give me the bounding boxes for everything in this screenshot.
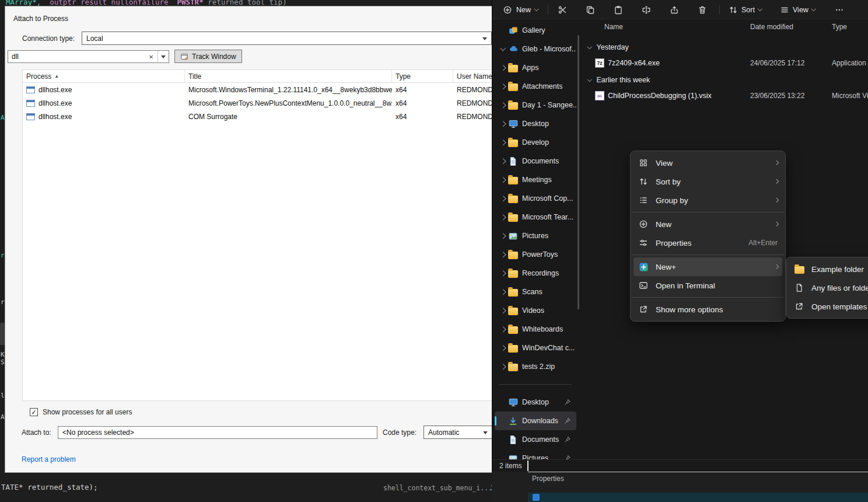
sidebar-item-develop[interactable]: Develop — [495, 133, 576, 152]
sidebar-item-microsoft-teams[interactable]: Microsoft Tear... — [495, 208, 576, 226]
chevron-right-icon[interactable] — [501, 158, 506, 163]
sidebar-item-label: Meetings — [522, 176, 552, 184]
delete-button[interactable] — [692, 2, 712, 17]
process-row[interactable]: dllhost.exe COM Surrogate x64 REDMOND — [23, 110, 492, 123]
sidebar-item-day1[interactable]: Day 1 - Sangee... — [495, 96, 576, 114]
folder-icon — [508, 100, 522, 110]
rename-button[interactable] — [636, 2, 656, 17]
column-header-user-name[interactable]: User Name — [453, 70, 492, 82]
chevron-right-icon[interactable] — [501, 102, 506, 107]
sidebar-item-attachments[interactable]: Attachments — [495, 77, 576, 96]
column-header-date-modified[interactable]: Date modified — [750, 23, 793, 31]
sidebar-item-pictures-pinned[interactable]: Pictures — [495, 449, 576, 460]
paste-button[interactable] — [608, 2, 628, 17]
sidebar-item-meetings[interactable]: Meetings — [495, 170, 576, 189]
chevron-right-icon[interactable] — [501, 233, 506, 238]
sidebar-item-label: Whiteboards — [522, 325, 563, 333]
sidebar-item-label: Attachments — [522, 82, 562, 90]
file-row-7z2409[interactable]: 7z2409-x64.exe 24/06/2025 17:12 Applicat… — [580, 55, 868, 71]
submenu-item-any-files[interactable]: Any files or folde — [789, 278, 868, 297]
sidebar-item-windevchat[interactable]: WinDevChat c... — [495, 339, 576, 357]
attach-to-field[interactable]: <No process selected> — [58, 426, 377, 439]
sidebar-item-documents[interactable]: Documents — [495, 152, 576, 170]
panel-splitter[interactable] — [527, 461, 528, 471]
chevron-right-icon[interactable] — [501, 364, 506, 369]
sidebar-item-label: Pictures — [522, 232, 548, 240]
chevron-right-icon[interactable] — [501, 270, 506, 276]
attach-to-value: <No process selected> — [62, 428, 134, 437]
chevron-right-icon[interactable] — [501, 214, 506, 219]
sidebar-item-onedrive[interactable]: Gleb - Microsof... — [495, 40, 576, 58]
sidebar-item-tests-zip[interactable]: tests 2.zip — [495, 357, 576, 376]
sidebar-item-documents-pinned[interactable]: Documents — [495, 430, 576, 449]
group-header-yesterday[interactable]: Yesterday — [580, 40, 868, 54]
copy-button[interactable] — [580, 2, 600, 17]
show-all-users-checkbox[interactable]: Show processes for all users — [30, 408, 132, 416]
chevron-right-icon[interactable] — [501, 140, 506, 145]
report-problem-link[interactable]: Report a problem — [22, 455, 76, 463]
filter-dropdown-button[interactable] — [158, 51, 169, 62]
file-row-childprocessdebugging[interactable]: ChildProcessDebugging (1).vsix 23/06/202… — [580, 88, 868, 103]
context-menu-item-open-in-terminal[interactable]: Open in Terminal — [634, 276, 782, 295]
context-menu-item-newplus[interactable]: New+ — [634, 257, 782, 276]
context-menu-item-new[interactable]: New — [634, 215, 782, 233]
cut-button[interactable] — [552, 2, 572, 17]
sidebar-item-videos[interactable]: Videos — [495, 301, 576, 320]
chevron-right-icon[interactable] — [501, 252, 506, 257]
sidebar-item-label: Desktop — [522, 120, 549, 128]
share-button[interactable] — [664, 2, 684, 17]
track-window-button[interactable]: Track Window — [174, 50, 242, 63]
sidebar-item-recordings[interactable]: Recordings — [495, 264, 576, 283]
sidebar-item-microsoft-copilot[interactable]: Microsoft Cop... — [495, 189, 576, 208]
column-header-type[interactable]: Type — [392, 70, 453, 82]
new-button[interactable]: New — [498, 2, 543, 17]
code-type-select[interactable]: Automatic — [424, 426, 492, 439]
sidebar-item-whiteboards[interactable]: Whiteboards — [495, 320, 576, 339]
sort-button[interactable]: Sort — [724, 2, 765, 17]
sidebar-scrollbar[interactable] — [578, 35, 579, 309]
sidebar-item-downloads-pinned[interactable]: Downloads — [495, 412, 576, 430]
submenu-item-open-templates[interactable]: Open templates — [789, 297, 868, 316]
column-header-type[interactable]: Type — [832, 23, 847, 31]
context-menu-item-properties[interactable]: Properties Alt+Enter — [634, 233, 782, 252]
chevron-down-icon[interactable] — [501, 46, 506, 51]
sidebar-item-desktop[interactable]: Desktop — [495, 114, 576, 133]
submenu-item-example-folder[interactable]: Example folder — [789, 260, 868, 278]
column-header-process[interactable]: Process▲ — [23, 70, 185, 82]
chevron-right-icon[interactable] — [501, 177, 506, 182]
sidebar-item-desktop-pinned[interactable]: Desktop — [495, 393, 576, 412]
chevron-right-icon[interactable] — [501, 121, 506, 126]
chevron-right-icon[interactable] — [501, 83, 506, 89]
process-row[interactable]: dllhost.exe Microsoft.PowerToys.NewPlusC… — [23, 96, 492, 110]
context-menu-item-show-more-options[interactable]: Show more options — [634, 300, 782, 319]
chevron-right-icon[interactable] — [501, 326, 506, 332]
chevron-right-icon[interactable] — [501, 308, 506, 313]
context-menu-item-view[interactable]: View — [634, 154, 782, 172]
context-menu-item-sort-by[interactable]: Sort by — [634, 172, 782, 191]
column-header-name[interactable]: Name — [604, 23, 623, 31]
process-row[interactable]: dllhost.exe Microsoft.WindowsTerminal_1.… — [23, 83, 492, 96]
see-more-button[interactable] — [830, 2, 849, 17]
group-header-earlier-this-week[interactable]: Earlier this week — [580, 73, 868, 87]
context-menu-item-group-by[interactable]: Group by — [634, 191, 782, 210]
sidebar-item-apps[interactable]: Apps — [495, 58, 576, 77]
chevron-right-icon[interactable] — [501, 196, 506, 201]
column-header-title[interactable]: Title — [185, 70, 392, 82]
process-filter-input[interactable]: dll — [8, 50, 169, 63]
view-button[interactable]: View — [776, 2, 819, 17]
properties-panel-title: Properties — [532, 475, 564, 483]
sidebar-item-powertoys[interactable]: PowerToys — [495, 245, 576, 264]
sidebar-item-label: Desktop — [522, 398, 549, 406]
process-table-header: Process▲ Title Type User Name — [23, 70, 492, 83]
chevron-right-icon[interactable] — [501, 65, 506, 70]
checkbox-checked-icon[interactable] — [30, 408, 38, 416]
sidebar-item-gallery[interactable]: Gallery — [495, 21, 576, 40]
clear-filter-icon[interactable] — [145, 53, 158, 61]
sidebar-item-scans[interactable]: Scans — [495, 283, 576, 301]
sidebar-item-pictures[interactable]: Pictures — [495, 226, 576, 245]
chevron-right-icon[interactable] — [501, 345, 506, 350]
editor-code-line: TATE* returned_state); — [1, 483, 98, 491]
chevron-right-icon[interactable] — [501, 289, 506, 294]
connection-type-select[interactable]: Local — [82, 32, 492, 45]
sort-icon — [638, 177, 649, 186]
